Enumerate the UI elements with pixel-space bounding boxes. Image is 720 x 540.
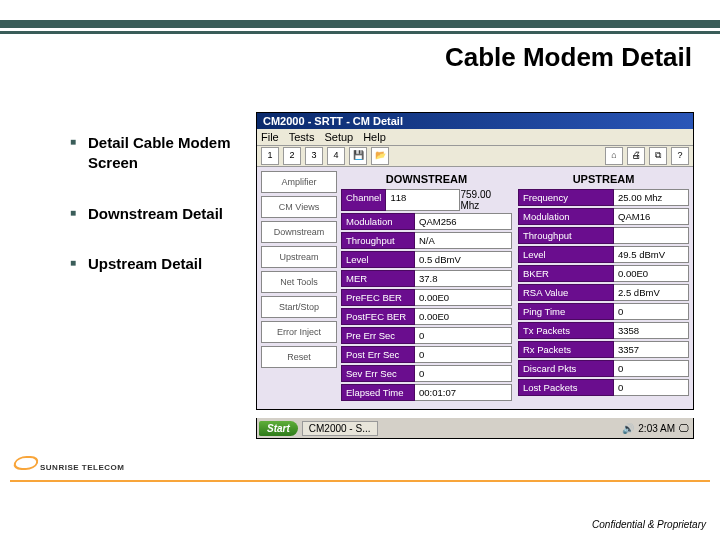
ds-value: 0 bbox=[415, 327, 512, 344]
us-value: 25.00 Mhz bbox=[614, 189, 689, 206]
clock: 2:03 AM bbox=[638, 423, 675, 434]
ds-label: Sev Err Sec bbox=[341, 365, 415, 382]
ds-value: 0.00E0 bbox=[415, 308, 512, 325]
window-titlebar: CM2000 - SRTT - CM Detail bbox=[257, 113, 693, 129]
sidebar-start-stop[interactable]: Start/Stop bbox=[261, 296, 337, 318]
sidebar-amplifier[interactable]: Amplifier bbox=[261, 171, 337, 193]
us-value: 0.00E0 bbox=[614, 265, 689, 282]
us-value: 2.5 dBmV bbox=[614, 284, 689, 301]
ds-label: Modulation bbox=[341, 213, 415, 230]
us-label: BKER bbox=[518, 265, 614, 282]
us-value: 0 bbox=[614, 360, 689, 377]
ds-value: QAM256 bbox=[415, 213, 512, 230]
sidebar-downstream[interactable]: Downstream bbox=[261, 221, 337, 243]
bullet-item: Upstream Detail bbox=[70, 254, 280, 274]
menu-tests[interactable]: Tests bbox=[289, 131, 315, 143]
toolbar: 1 2 3 4 💾 📂 ⌂ 🖨 ⧉ ? bbox=[257, 146, 693, 167]
ds-value: 37.8 bbox=[415, 270, 512, 287]
ds-label: PostFEC BER bbox=[341, 308, 415, 325]
us-value: QAM16 bbox=[614, 208, 689, 225]
us-label: Throughput bbox=[518, 227, 614, 244]
downstream-heading: DOWNSTREAM bbox=[341, 173, 512, 185]
sidebar-error-inject[interactable]: Error Inject bbox=[261, 321, 337, 343]
us-value: 0 bbox=[614, 379, 689, 396]
ds-label: Channel bbox=[341, 189, 386, 211]
sidebar-reset[interactable]: Reset bbox=[261, 346, 337, 368]
ds-value: 0 bbox=[415, 365, 512, 382]
toolbar-save-icon[interactable]: 💾 bbox=[349, 147, 367, 165]
ds-label: Level bbox=[341, 251, 415, 268]
menu-help[interactable]: Help bbox=[363, 131, 386, 143]
upstream-heading: UPSTREAM bbox=[518, 173, 689, 185]
app-window: CM2000 - SRTT - CM Detail File Tests Set… bbox=[256, 112, 694, 410]
bullet-item: Detail Cable Modem Screen bbox=[70, 133, 280, 174]
bullet-item: Downstream Detail bbox=[70, 204, 280, 224]
ds-label: PreFEC BER bbox=[341, 289, 415, 306]
us-value: 3358 bbox=[614, 322, 689, 339]
ds-value: 00:01:07 bbox=[415, 384, 512, 401]
toolbar-home-icon[interactable]: ⌂ bbox=[605, 147, 623, 165]
toolbar-page4-icon[interactable]: 4 bbox=[327, 147, 345, 165]
us-label: Level bbox=[518, 246, 614, 263]
toolbar-print-icon[interactable]: 🖨 bbox=[627, 147, 645, 165]
menu-file[interactable]: File bbox=[261, 131, 279, 143]
ds-label: Post Err Sec bbox=[341, 346, 415, 363]
tray-icon[interactable]: 🔊 bbox=[622, 423, 634, 434]
ds-label: MER bbox=[341, 270, 415, 287]
us-label: Ping Time bbox=[518, 303, 614, 320]
downstream-panel: DOWNSTREAM Channel118759.00 Mhz Modulati… bbox=[341, 171, 512, 403]
decor-bar-thin bbox=[0, 31, 720, 34]
toolbar-page2-icon[interactable]: 2 bbox=[283, 147, 301, 165]
us-value bbox=[614, 227, 689, 244]
us-label: Tx Packets bbox=[518, 322, 614, 339]
ds-value: 0.00E0 bbox=[415, 289, 512, 306]
ds-value: 0 bbox=[415, 346, 512, 363]
us-label: Discard Pkts bbox=[518, 360, 614, 377]
toolbar-page3-icon[interactable]: 3 bbox=[305, 147, 323, 165]
ds-label: Elapsed Time bbox=[341, 384, 415, 401]
sidebar-upstream[interactable]: Upstream bbox=[261, 246, 337, 268]
ds-value: 0.5 dBmV bbox=[415, 251, 512, 268]
toolbar-help-icon[interactable]: ? bbox=[671, 147, 689, 165]
bullet-list: Detail Cable Modem Screen Downstream Det… bbox=[30, 133, 280, 304]
ds-value2: 759.00 Mhz bbox=[460, 189, 512, 211]
us-label: Lost Packets bbox=[518, 379, 614, 396]
us-label: Rx Packets bbox=[518, 341, 614, 358]
us-value: 3357 bbox=[614, 341, 689, 358]
ds-label: Pre Err Sec bbox=[341, 327, 415, 344]
toolbar-copy-icon[interactable]: ⧉ bbox=[649, 147, 667, 165]
us-value: 49.5 dBmV bbox=[614, 246, 689, 263]
slide-title: Cable Modem Detail bbox=[445, 42, 692, 73]
ds-value: N/A bbox=[415, 232, 512, 249]
sidebar-net-tools[interactable]: Net Tools bbox=[261, 271, 337, 293]
upstream-panel: UPSTREAM Frequency25.00 Mhz ModulationQA… bbox=[518, 171, 689, 403]
menubar: File Tests Setup Help bbox=[257, 129, 693, 146]
confidential-label: Confidential & Proprietary bbox=[592, 519, 706, 530]
us-label: Frequency bbox=[518, 189, 614, 206]
decor-bar-thick bbox=[0, 20, 720, 28]
us-label: RSA Value bbox=[518, 284, 614, 301]
sidebar-cm-views[interactable]: CM Views bbox=[261, 196, 337, 218]
start-button[interactable]: Start bbox=[259, 421, 298, 436]
menu-setup[interactable]: Setup bbox=[324, 131, 353, 143]
taskbar-app[interactable]: CM2000 - S... bbox=[302, 421, 378, 436]
ds-label: Throughput bbox=[341, 232, 415, 249]
toolbar-page1-icon[interactable]: 1 bbox=[261, 147, 279, 165]
us-label: Modulation bbox=[518, 208, 614, 225]
tray-icon[interactable]: 🖵 bbox=[679, 423, 689, 434]
toolbar-open-icon[interactable]: 📂 bbox=[371, 147, 389, 165]
sidebar: Amplifier CM Views Downstream Upstream N… bbox=[261, 171, 337, 403]
us-value: 0 bbox=[614, 303, 689, 320]
footer-divider bbox=[10, 480, 710, 482]
ds-value: 118 bbox=[386, 189, 460, 211]
windows-taskbar: Start CM2000 - S... 🔊 2:03 AM 🖵 bbox=[256, 418, 694, 439]
brand-logo: SUNRISE TELECOM bbox=[14, 456, 124, 472]
system-tray: 🔊 2:03 AM 🖵 bbox=[622, 423, 689, 434]
logo-ring-icon bbox=[11, 456, 40, 470]
